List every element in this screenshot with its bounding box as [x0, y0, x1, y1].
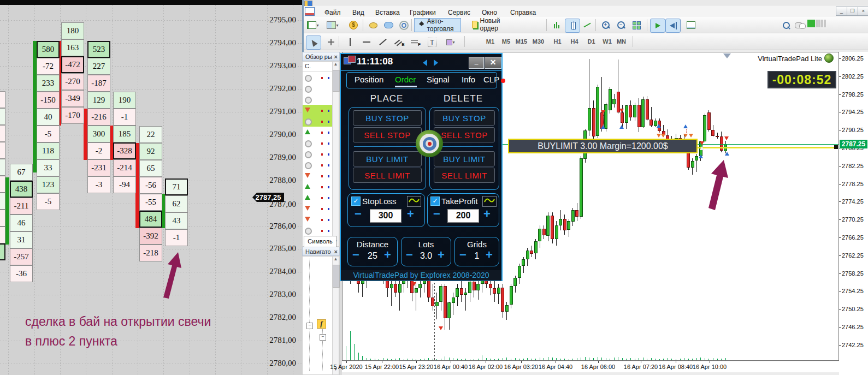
chat-icon[interactable] — [793, 19, 807, 32]
symbol-row[interactable] — [303, 203, 332, 214]
place-buy-limit-button[interactable]: BUY LIMIT — [353, 151, 422, 166]
chart-profile-button[interactable]: ▾ — [326, 19, 340, 32]
symbol-row[interactable] — [303, 138, 332, 148]
window-close-button[interactable]: × — [858, 7, 868, 16]
tab-signal[interactable]: Signal — [427, 75, 450, 84]
timeframe-button-D1[interactable]: D1 — [584, 36, 599, 47]
window-minimize-button[interactable]: _ — [836, 7, 847, 16]
menu-item-7[interactable]: Справка — [508, 8, 538, 17]
timeframe-button-M5[interactable]: M5 — [499, 36, 513, 47]
fibonacci-tool-button[interactable]: F — [409, 35, 423, 49]
cursor-tool-button[interactable] — [306, 35, 321, 50]
hline-tool-button[interactable] — [359, 35, 374, 49]
trendline-tool-button[interactable] — [376, 35, 390, 49]
navigator-close-icon[interactable]: × — [334, 247, 338, 256]
symbol-row[interactable] — [303, 116, 332, 127]
window-restore-button[interactable]: ❐ — [847, 7, 858, 16]
timeframe-button-M1[interactable]: M1 — [483, 36, 498, 47]
place-sell-limit-button[interactable]: SELL LIMIT — [353, 168, 422, 183]
tree-collapse-icon[interactable]: − — [320, 334, 326, 341]
tab-clp[interactable]: CLP — [483, 75, 499, 84]
market-watch-button[interactable]: $ — [346, 19, 361, 32]
order-line-label[interactable]: BUYLIMIT 3.00 Margin=1200.00$ — [508, 139, 698, 153]
vline-tool-button[interactable] — [343, 35, 357, 49]
search-icon[interactable] — [780, 19, 794, 32]
symbol-row[interactable] — [303, 170, 332, 181]
panel-close-button[interactable]: ✕ — [485, 57, 501, 69]
symbol-row[interactable] — [303, 214, 332, 225]
lots-plus[interactable]: + — [438, 249, 445, 260]
shapes-tool-button[interactable]: ▾ — [441, 35, 460, 49]
tile-windows-button[interactable] — [629, 19, 643, 32]
timeframe-button-H4[interactable]: H4 — [567, 36, 582, 47]
timeframe-button-M30[interactable]: M30 — [531, 36, 546, 47]
distance-plus[interactable]: + — [384, 249, 391, 260]
tree-collapse-icon[interactable]: − — [306, 323, 313, 329]
market-watch-close-icon[interactable]: × — [334, 52, 338, 61]
takeprofit-checkbox[interactable]: ✓ — [430, 197, 440, 206]
timeframe-button-MN[interactable]: MN — [614, 36, 629, 47]
templates-button[interactable] — [684, 19, 698, 32]
channel-tool-button[interactable]: E — [392, 35, 406, 49]
scroll-thumb[interactable] — [333, 265, 340, 288]
takeprofit-minus[interactable]: − — [433, 209, 440, 219]
zoom-out-button[interactable]: − — [614, 19, 628, 32]
symbol-row[interactable] — [303, 159, 332, 170]
takeprofit-value[interactable]: 200 — [447, 209, 479, 223]
panel-minimize-button[interactable]: _ — [469, 57, 484, 69]
order-line-handle[interactable] — [834, 145, 838, 149]
symbol-row[interactable] — [303, 192, 332, 203]
delete-buy-stop-button[interactable]: BUY STOP — [434, 110, 495, 126]
line-chart-button[interactable] — [580, 19, 594, 32]
expert-advisor-icon[interactable]: f — [317, 319, 326, 329]
menu-item-1[interactable]: Файл — [322, 8, 343, 17]
symbol-row[interactable] — [303, 181, 332, 192]
crosshair-tool-button[interactable] — [322, 35, 336, 49]
zoom-in-button[interactable]: + — [599, 19, 613, 32]
scroll-up-icon[interactable]: ▲ — [332, 257, 339, 264]
panel-next-icon[interactable] — [434, 59, 438, 66]
market-watch-tab-symbols[interactable]: Символь — [304, 236, 336, 247]
takeprofit-trailing-icon[interactable] — [482, 196, 497, 207]
delete-sell-limit-button[interactable]: SELL LIMIT — [434, 168, 495, 183]
stoploss-minus[interactable]: − — [355, 209, 362, 219]
symbol-row[interactable] — [303, 225, 332, 236]
scroll-thumb[interactable] — [333, 70, 340, 92]
menu-item-4[interactable]: Графики — [408, 8, 438, 17]
timeframe-button-H1[interactable]: H1 — [550, 36, 565, 47]
delete-buy-limit-button[interactable]: BUY LIMIT — [434, 151, 495, 166]
symbol-row[interactable] — [303, 105, 332, 116]
timeframe-button-M15[interactable]: M15 — [514, 36, 529, 47]
autotrade-button[interactable]: Авто-торговля — [414, 18, 461, 32]
grids-plus[interactable]: + — [486, 249, 493, 260]
symbol-row[interactable] — [303, 72, 332, 83]
delete-sell-stop-button[interactable]: SELL STOP — [434, 127, 495, 142]
timeframe-button-W1[interactable]: W1 — [600, 36, 615, 47]
bar-chart-button[interactable] — [550, 19, 564, 32]
symbol-row[interactable] — [303, 127, 332, 138]
stoploss-value[interactable]: 300 — [370, 209, 401, 223]
panel-titlebar[interactable]: 11:11:08 _ ✕ — [341, 54, 501, 71]
menu-app-icon[interactable] — [305, 7, 315, 16]
candle-chart-button[interactable] — [565, 19, 580, 33]
stoploss-trailing-icon[interactable] — [407, 196, 421, 207]
menu-item-5[interactable]: Сервис — [446, 8, 473, 17]
autoscroll-button[interactable] — [650, 19, 665, 33]
panel-prev-icon[interactable] — [423, 59, 427, 66]
text-tool-button[interactable]: T — [425, 35, 439, 49]
place-sell-stop-button[interactable]: SELL STOP — [353, 127, 422, 142]
chart-shift-button[interactable] — [665, 19, 681, 33]
tab-position[interactable]: Position — [355, 75, 383, 84]
new-order-button[interactable]: Новый ордер — [468, 18, 507, 31]
scroll-up-icon[interactable]: ▲ — [332, 62, 339, 69]
signals-button[interactable] — [397, 19, 411, 32]
community-button[interactable] — [381, 19, 395, 32]
menu-item-3[interactable]: Вставка — [373, 8, 402, 17]
symbol-row[interactable] — [303, 83, 332, 94]
history-center-button[interactable] — [366, 19, 380, 32]
tab-order[interactable]: Order — [395, 75, 416, 84]
menu-item-2[interactable]: Вид — [350, 8, 367, 17]
symbol-row[interactable] — [303, 148, 332, 159]
menu-item-6[interactable]: Окно — [480, 8, 499, 17]
new-chart-button[interactable]: ▾ — [306, 19, 320, 32]
